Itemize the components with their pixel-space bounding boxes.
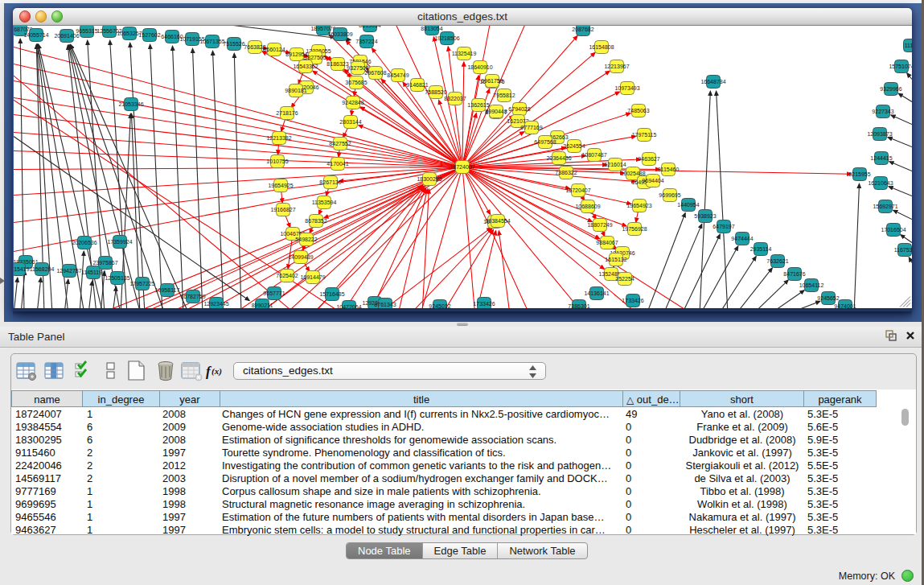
svg-text:8267130: 8267130	[319, 179, 341, 184]
svg-text:1527602: 1527602	[138, 31, 160, 37]
svg-text:21053346: 21053346	[118, 101, 143, 106]
svg-text:20364436: 20364436	[546, 154, 571, 160]
svg-text:9655315: 9655315	[76, 27, 97, 33]
svg-text:11568294: 11568294	[30, 266, 55, 271]
svg-text:8761343: 8761343	[374, 301, 396, 307]
svg-text:8215955: 8215955	[848, 171, 870, 176]
svg-text:1117: 1117	[905, 42, 912, 47]
svg-text:1167533: 1167533	[894, 246, 912, 252]
svg-text:7588520: 7588520	[425, 89, 446, 94]
svg-text:9699695: 9699695	[659, 192, 680, 197]
svg-text:11451194: 11451194	[81, 269, 105, 274]
svg-text:9474444: 9474444	[731, 235, 753, 241]
svg-text:8427552: 8427552	[329, 140, 351, 146]
svg-text:3915419: 3915419	[14, 266, 30, 271]
svg-text:19218506: 19218506	[434, 35, 459, 40]
svg-text:18640910: 18640910	[467, 64, 492, 69]
svg-text:9146821: 9146821	[406, 81, 428, 87]
svg-text:252254: 252254	[615, 275, 634, 281]
svg-text:18724007: 18724007	[450, 163, 474, 169]
svg-text:8813054: 8813054	[421, 26, 442, 31]
svg-text:8678352: 8678352	[305, 217, 326, 223]
svg-text:7386322: 7386322	[555, 169, 577, 175]
svg-text:9657771: 9657771	[263, 290, 285, 295]
svg-text:5498222: 5498222	[295, 236, 317, 241]
svg-text:1244415: 1244415	[870, 154, 892, 160]
svg-text:6961758: 6961758	[481, 77, 503, 83]
svg-text:14099489: 14099489	[288, 253, 313, 259]
svg-text:20206536: 20206536	[72, 239, 97, 245]
svg-text:8186323: 8186323	[326, 60, 348, 66]
svg-text:19756928: 19756928	[622, 225, 647, 231]
svg-text:10973493: 10973493	[614, 84, 639, 90]
svg-text:12213382: 12213382	[266, 134, 291, 140]
svg-text:7357224: 7357224	[355, 38, 377, 43]
svg-text:2967608: 2967608	[364, 69, 386, 75]
svg-text:17975115: 17975115	[632, 131, 657, 137]
svg-text:9827505: 9827505	[304, 54, 326, 60]
svg-text:10654112: 10654112	[799, 282, 824, 287]
svg-text:9884067: 9884067	[596, 239, 618, 245]
svg-text:16914479: 16914479	[300, 274, 325, 279]
svg-text:8813054: 8813054	[359, 26, 380, 28]
svg-text:14055714: 14055714	[23, 31, 48, 37]
svg-text:10807487: 10807487	[581, 151, 606, 157]
svg-text:9890181: 9890181	[285, 87, 306, 93]
svg-text:16210643: 16210643	[868, 179, 893, 185]
svg-text:9463627: 9463627	[638, 155, 659, 161]
svg-text:12942737: 12942737	[56, 267, 81, 273]
svg-text:7485063: 7485063	[627, 107, 649, 113]
svg-text:12923445: 12923445	[203, 300, 228, 306]
svg-text:2087682: 2087682	[572, 26, 593, 31]
svg-text:18807249: 18807249	[587, 221, 612, 227]
svg-text:14136141: 14136141	[584, 290, 609, 295]
svg-text:19654923: 19654923	[626, 202, 651, 208]
svg-text:17016504: 17016504	[881, 226, 906, 232]
svg-text:16782759: 16782759	[180, 293, 205, 299]
svg-text:9245652: 9245652	[817, 295, 839, 300]
svg-text:8990211: 8990211	[252, 302, 273, 307]
svg-text:9227343: 9227343	[872, 108, 893, 113]
svg-text:16648784: 16648784	[700, 78, 725, 84]
svg-text:3675685: 3675685	[345, 79, 367, 84]
svg-text:2718176: 2718176	[276, 109, 298, 115]
svg-text:8322037: 8322037	[444, 95, 466, 101]
svg-text:17957225: 17957225	[129, 280, 154, 286]
svg-text:15692971: 15692971	[873, 203, 897, 208]
svg-text:2935114: 2935114	[750, 245, 772, 251]
svg-text:16033809: 16033809	[327, 31, 352, 36]
svg-text:12505135: 12505135	[105, 274, 129, 280]
svg-text:15720407: 15720407	[565, 187, 590, 192]
svg-text:6497568: 6497568	[534, 138, 556, 144]
svg-text:8990448: 8990448	[485, 108, 507, 113]
svg-text:(x): (x)	[211, 366, 222, 377]
svg-text:10958117: 10958117	[155, 286, 180, 292]
svg-text:20691406: 20691406	[54, 32, 79, 38]
svg-text:10671355: 10671355	[199, 38, 224, 43]
svg-text:7955812: 7955812	[493, 92, 515, 97]
svg-text:11325419: 11325419	[452, 50, 477, 56]
svg-text:15716485: 15716485	[319, 290, 344, 296]
svg-text:9115460: 9115460	[658, 166, 680, 171]
svg-text:6479197: 6479197	[713, 223, 734, 229]
svg-text:8454749: 8454749	[387, 72, 409, 77]
svg-text:12093873: 12093873	[867, 130, 892, 136]
svg-text:2803144: 2803144	[339, 118, 361, 124]
svg-text:3624554: 3624554	[563, 142, 585, 148]
svg-text:1615132: 1615132	[605, 256, 626, 262]
svg-text:10688609: 10688609	[575, 203, 600, 208]
svg-text:16543362: 16543362	[293, 63, 318, 68]
svg-text:9694404: 9694404	[642, 177, 663, 183]
svg-text:1010755: 1010755	[266, 158, 288, 163]
svg-text:8471676: 8471676	[783, 270, 805, 276]
svg-text:23975867: 23975867	[92, 259, 117, 265]
svg-text:10025488: 10025488	[620, 170, 645, 175]
svg-text:6216014: 6216014	[604, 161, 626, 167]
svg-text:9329966: 9329966	[880, 85, 901, 91]
svg-text:15751074: 15751074	[889, 63, 912, 68]
svg-text:19654925: 19654925	[268, 182, 293, 187]
svg-text:11353594: 11353594	[312, 199, 337, 204]
svg-text:18300295: 18300295	[417, 175, 441, 181]
svg-text:16154808: 16154808	[589, 43, 614, 49]
svg-text:9242848: 9242848	[342, 99, 363, 105]
